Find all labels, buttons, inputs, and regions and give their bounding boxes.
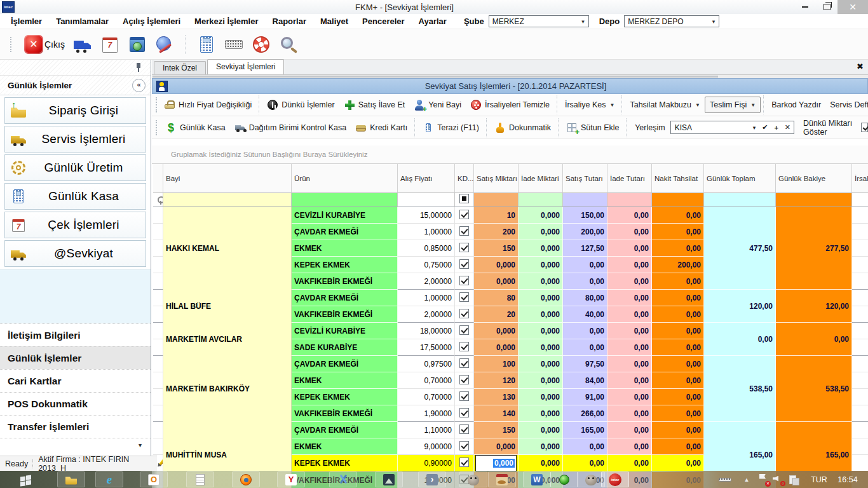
toolbar2-button-2[interactable]: Kredi Kartı <box>351 119 412 136</box>
kdv-checkbox[interactable] <box>459 424 469 434</box>
kdv-checkbox[interactable] <box>459 325 469 335</box>
row-selector[interactable] <box>153 240 163 257</box>
cell-nakit-tahsilat[interactable]: 200,00 <box>652 257 704 273</box>
cell-irsaliye[interactable] <box>852 273 868 290</box>
cell-satis-tutari[interactable]: 200,00 <box>563 224 607 240</box>
cell-satis-tutari[interactable]: 84,00 <box>563 372 607 389</box>
cell-iade-tutari[interactable]: 0,00 <box>607 323 652 339</box>
tab-1[interactable]: Sevkiyat İşlemleri <box>207 59 284 74</box>
close-button[interactable]: ✕ <box>837 0 868 14</box>
cell-irsaliye[interactable] <box>852 306 868 323</box>
cell-urun[interactable]: VAKFIKEBİR EKMEĞİ <box>292 405 398 422</box>
cell-kdv[interactable] <box>455 273 474 290</box>
cell-satis-tutari[interactable]: 0,00 <box>563 339 607 356</box>
cell-iade-miktari[interactable]: 0,000 <box>519 389 563 405</box>
col-header-urun[interactable]: Ürün <box>292 164 398 193</box>
cell-kdv[interactable] <box>455 323 474 339</box>
menu-item-5[interactable]: Maliyet <box>313 17 355 26</box>
language-indicator[interactable]: TUR <box>807 471 831 488</box>
sidebar-button-2[interactable]: Günlük Üretim <box>4 154 146 181</box>
cell-bayi[interactable]: MARKETİM BAKIRKÖY <box>163 356 292 422</box>
collapse-button[interactable]: « <box>132 79 146 92</box>
cell-nakit-tahsilat[interactable]: 0,00 <box>652 323 704 339</box>
cell-alis-fiyati[interactable]: 1,10000 <box>398 422 455 438</box>
cell-alis-fiyati[interactable]: 2,00000 <box>398 273 455 290</box>
cell-alis-fiyati[interactable]: 18,00000 <box>398 323 455 339</box>
col-header-sm[interactable]: Satış Miktarı <box>474 164 519 193</box>
minimize-button[interactable] <box>794 0 816 14</box>
taskbar-app-sphere[interactable] <box>550 471 578 487</box>
row-selector[interactable] <box>153 422 163 438</box>
cell-urun[interactable]: EKMEK <box>292 240 398 257</box>
cell-nakit-tahsilat[interactable]: 0,00 <box>652 290 704 306</box>
filter-checkbox[interactable] <box>459 194 469 203</box>
cell-urun[interactable]: ÇAVDAR EKMEĞİ <box>292 422 398 438</box>
cell-alis-fiyati[interactable]: 0,97500 <box>398 356 455 372</box>
sidebar-button-3[interactable]: Günlük Kasa <box>4 183 146 210</box>
cell-iade-tutari[interactable]: 0,00 <box>607 372 652 389</box>
cell-kdv[interactable] <box>455 455 474 472</box>
cell-alis-fiyati[interactable]: 0,70000 <box>398 389 455 405</box>
toolbar2-button-0[interactable]: $Günlük Kasa <box>161 119 230 136</box>
cell-iade-tutari[interactable]: 0,00 <box>607 290 652 306</box>
cell-irsaliye[interactable] <box>852 207 868 224</box>
col-header-it[interactable]: İade Tutarı <box>607 164 652 193</box>
cell-iade-tutari[interactable]: 0,00 <box>607 240 652 257</box>
col-header-alis[interactable]: Alış Fiyatı <box>398 164 455 193</box>
depo-combo[interactable]: MERKEZ DEPO ▾ <box>624 15 719 27</box>
cell-iade-tutari[interactable]: 0,00 <box>607 438 652 455</box>
toolbar1-button-1[interactable]: Dünkü İşlemler <box>262 97 339 113</box>
row-selector[interactable] <box>153 273 163 290</box>
cell-nakit-tahsilat[interactable]: 0,00 <box>652 339 704 356</box>
cell-satis-miktari[interactable]: 130 <box>474 389 519 405</box>
filter-cell-urun[interactable] <box>292 193 398 207</box>
cell-gunluk-bakiye[interactable]: 538,50 <box>776 356 852 422</box>
cell-gunluk-toplam[interactable]: 538,50 <box>704 356 776 422</box>
cell-satis-miktari[interactable]: 140 <box>474 405 519 422</box>
col-header-kdv[interactable]: KD... <box>455 164 474 193</box>
row-selector[interactable] <box>153 356 163 372</box>
kdv-checkbox[interactable] <box>459 441 469 451</box>
cell-iade-miktari[interactable]: 0,000 <box>519 224 563 240</box>
cell-satis-tutari[interactable]: 97,50 <box>563 356 607 372</box>
cell-urun[interactable]: ÇAVDAR EKMEĞİ <box>292 290 398 306</box>
cell-iade-tutari[interactable]: 0,00 <box>607 224 652 240</box>
menu-item-0[interactable]: İşlemler <box>4 17 49 26</box>
row-selector[interactable] <box>153 306 163 323</box>
satis-miktari-input[interactable]: 0,000 <box>475 455 517 471</box>
cell-irsaliye[interactable] <box>852 356 868 372</box>
appbar-button-search-tools[interactable] <box>279 35 298 54</box>
tray-keyboard[interactable] <box>717 471 733 487</box>
cell-satis-miktari[interactable]: 0,000 <box>474 339 519 356</box>
sidebar-nav-item-2[interactable]: Cari Kartlar <box>0 369 151 392</box>
cell-satis-tutari[interactable]: 0,00 <box>563 455 607 472</box>
filter-cell-bak[interactable] <box>776 193 852 207</box>
cell-satis-tutari[interactable]: 0,00 <box>563 323 607 339</box>
sidebar-nav-item-4[interactable]: Transfer İşlemleri <box>0 415 151 438</box>
kdv-checkbox[interactable] <box>459 292 469 302</box>
cell-iade-tutari[interactable]: 0,00 <box>607 356 652 372</box>
cell-satis-tutari[interactable]: 165,00 <box>563 422 607 438</box>
cell-nakit-tahsilat[interactable]: 0,00 <box>652 306 704 323</box>
filter-cell-im[interactable] <box>519 193 563 207</box>
appbar-button-app-window[interactable] <box>128 35 147 54</box>
cell-iade-tutari[interactable]: 0,00 <box>607 405 652 422</box>
cell-urun[interactable]: KEPEK EKMEK <box>292 455 398 472</box>
cell-kdv[interactable] <box>455 306 474 323</box>
toolbar2-button-5[interactable]: +Sütun Ekle <box>562 119 623 136</box>
cell-iade-tutari[interactable]: 0,00 <box>607 257 652 273</box>
cell-irsaliye[interactable] <box>852 389 868 405</box>
layout-apply-icon[interactable]: ✔ <box>759 123 771 132</box>
cell-satis-miktari[interactable]: 120 <box>474 372 519 389</box>
cell-satis-tutari[interactable]: 0,00 <box>563 438 607 455</box>
filter-cell-it[interactable] <box>607 193 652 207</box>
appbar-button-exit[interactable]: Çıkış <box>24 35 65 54</box>
cell-iade-miktari[interactable]: 0,000 <box>519 339 563 356</box>
col-header-st[interactable]: Satış Tutarı <box>563 164 607 193</box>
cell-iade-tutari[interactable]: 0,00 <box>607 455 652 472</box>
sidebar-button-5[interactable]: @Sevkiyat <box>4 240 146 267</box>
cell-satis-tutari[interactable]: 40,00 <box>563 306 607 323</box>
appbar-button-calculator[interactable] <box>197 35 216 54</box>
cell-kdv[interactable] <box>455 224 474 240</box>
filter-cell-sm[interactable] <box>474 193 519 207</box>
